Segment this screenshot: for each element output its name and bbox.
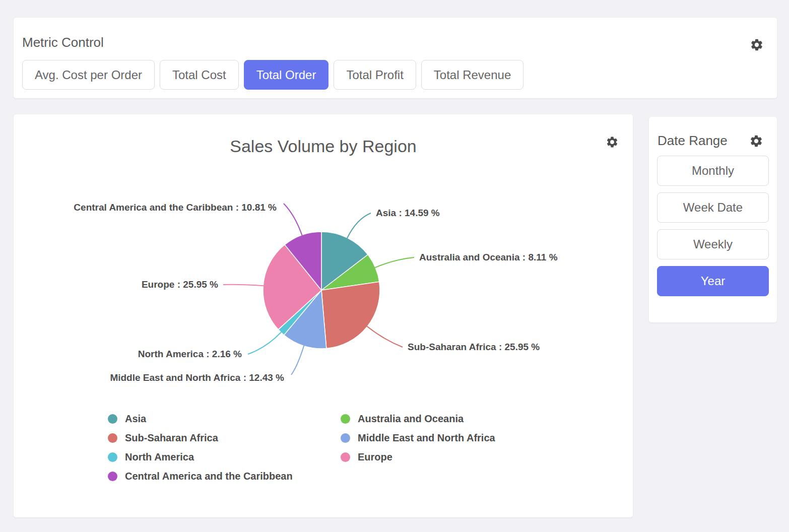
legend-item-middle-east-and-north-africa[interactable]: Middle East and North Africa [341,431,495,445]
gear-icon [750,38,764,52]
metric-button-total-profit[interactable]: Total Profit [334,60,416,90]
pie-label-line-central-america-and-the-caribbean [284,204,302,236]
gear-icon [606,136,619,149]
metric-button-total-revenue[interactable]: Total Revenue [421,60,523,90]
chart-settings-button[interactable] [606,136,619,149]
pie-label-line-sub-saharan-africa [367,326,403,348]
pie-label-sub-saharan-africa: Sub-Saharan Africa : 25.95 % [408,340,540,354]
legend-label-middle-east-and-north-africa: Middle East and North Africa [358,432,495,444]
pie-label-asia: Asia : 14.59 % [376,206,440,220]
legend-dot-central-america-and-the-caribbean [108,472,117,481]
legend-dot-asia [108,414,117,424]
metric-button-group: Avg. Cost per OrderTotal CostTotal Order… [22,60,523,90]
metric-button-total-cost[interactable]: Total Cost [160,60,239,90]
legend-item-asia[interactable]: Asia [108,412,341,426]
pie-label-middle-east-and-north-africa: Middle East and North Africa : 12.43 % [110,371,284,385]
metric-button-total-order[interactable]: Total Order [244,60,329,90]
date-range-card: Date Range MonthlyWeek DateWeeklyYear [649,117,777,322]
pie-chart [14,180,633,417]
legend-label-australia-and-oceania: Australia and Oceania [358,413,464,425]
legend-dot-north-america [108,452,117,462]
legend-item-europe[interactable]: Europe [341,450,495,464]
pie-label-central-america-and-the-caribbean: Central America and the Caribbean : 10.8… [74,201,277,215]
date-button-weekly[interactable]: Weekly [657,229,769,259]
date-range-title: Date Range [658,133,728,149]
metric-button-avg-cost-per-order[interactable]: Avg. Cost per Order [22,60,155,90]
legend-item-sub-saharan-africa[interactable]: Sub-Saharan Africa [108,431,341,445]
chart-legend: AsiaAustralia and OceaniaSub-Saharan Afr… [108,412,495,483]
legend-label-sub-saharan-africa: Sub-Saharan Africa [125,432,218,444]
legend-item-australia-and-oceania[interactable]: Australia and Oceania [341,412,495,426]
legend-label-north-america: North America [125,451,194,463]
pie-label-line-europe [223,285,264,286]
date-button-group: MonthlyWeek DateWeeklyYear [657,156,769,296]
pie-label-europe: Europe : 25.95 % [142,278,218,292]
legend-dot-sub-saharan-africa [108,433,117,443]
chart-title: Sales Volume by Region [14,137,633,156]
pie-label-line-australia-and-oceania [375,257,414,268]
legend-dot-middle-east-and-north-africa [341,433,350,443]
legend-item-north-america[interactable]: North America [108,450,341,464]
legend-label-europe: Europe [358,451,392,463]
legend-label-central-america-and-the-caribbean: Central America and the Caribbean [125,471,293,482]
legend-item-central-america-and-the-caribbean[interactable]: Central America and the Caribbean [108,469,341,483]
date-range-settings-button[interactable] [749,134,763,148]
pie-label-line-middle-east-and-north-africa [291,346,304,375]
date-button-week-date[interactable]: Week Date [657,192,769,223]
sales-volume-card: Sales Volume by Region Asia : 14.59 %Aus… [14,114,633,517]
pie-label-north-america: North America : 2.16 % [138,347,242,361]
pie-label-australia-and-oceania: Australia and Oceania : 8.11 % [419,250,558,264]
pie-label-line-asia [347,213,371,238]
metric-control-title: Metric Control [22,35,104,50]
legend-label-asia: Asia [125,413,146,425]
pie-slice-sub-saharan-africa[interactable] [321,282,380,348]
metric-control-card: Metric Control Avg. Cost per OrderTotal … [14,18,777,98]
date-button-monthly[interactable]: Monthly [657,156,769,186]
legend-dot-australia-and-oceania [341,414,350,424]
legend-dot-europe [341,452,350,462]
gear-icon [749,134,763,148]
date-button-year[interactable]: Year [657,266,769,296]
metric-control-settings-button[interactable] [750,38,764,52]
pie-label-line-north-america [248,332,281,354]
